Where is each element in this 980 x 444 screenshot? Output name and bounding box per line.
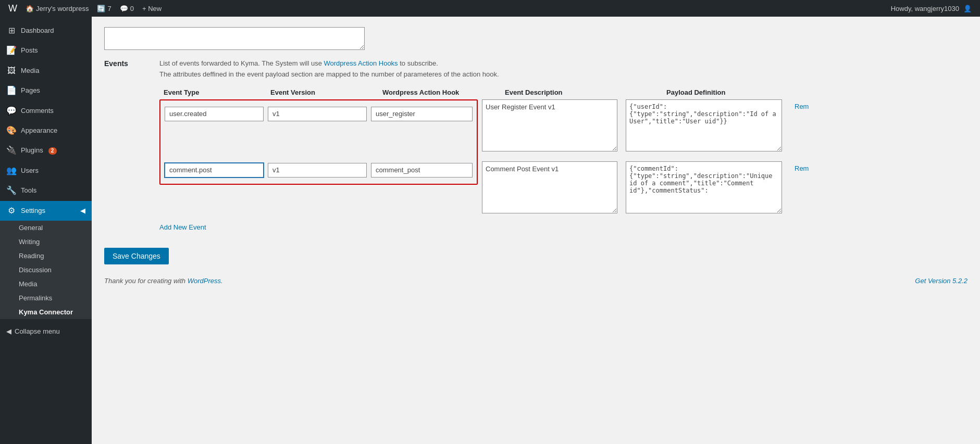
- sidebar-media-label: Media: [21, 66, 39, 75]
- collapse-label: Collapse menu: [15, 327, 60, 335]
- submenu-media[interactable]: Media: [0, 277, 92, 291]
- howdy-text: Howdy, wangjerry1030: [891, 5, 959, 12]
- sidebar-dashboard-label: Dashboard: [21, 26, 54, 35]
- submenu-reading[interactable]: Reading: [0, 249, 92, 263]
- sidebar-item-settings[interactable]: ⚙ Settings ◀: [0, 201, 92, 221]
- collapse-icon: ◀: [6, 327, 11, 335]
- event-version-input-2[interactable]: [268, 163, 367, 177]
- sidebar-plugins-label: Plugins: [21, 146, 43, 155]
- sidebar-users-label: Users: [21, 166, 39, 175]
- wp-hook-input-1[interactable]: [371, 107, 473, 121]
- submenu-permalinks[interactable]: Permalinks: [0, 291, 92, 305]
- comments-icon: 💬: [120, 5, 128, 12]
- event-type-input-2[interactable]: [165, 163, 264, 177]
- col-header-event-desc: Event Description: [505, 88, 666, 96]
- column-headers: Event Type Event Version Wordpress Actio…: [159, 88, 967, 96]
- col-header-payload: Payload Definition: [666, 88, 843, 96]
- appearance-icon: 🎨: [6, 125, 17, 136]
- wp-hook-input-2[interactable]: [371, 163, 473, 177]
- sidebar-item-pages[interactable]: 📄 Pages: [0, 81, 92, 100]
- settings-arrow-icon: ◀: [80, 206, 85, 215]
- updates-icon: 🔄: [97, 5, 105, 12]
- sidebar-posts-label: Posts: [21, 46, 38, 55]
- site-name-text: Jerry's wordpress: [36, 5, 89, 12]
- events-content: List of events forwarded to Kyma. The Sy…: [159, 58, 967, 239]
- event-desc-input-2[interactable]: Comment Post Event v1: [482, 161, 617, 213]
- tools-icon: 🔧: [6, 185, 17, 196]
- event-payload-input-1[interactable]: {"userId": {"type":"string","description…: [626, 99, 782, 151]
- updates-button[interactable]: 🔄 7: [93, 0, 115, 17]
- events-right-data: User Register Event v1 {"userId": {"type…: [478, 99, 809, 215]
- sidebar-item-plugins[interactable]: 🔌 Plugins 2: [0, 141, 92, 160]
- site-name[interactable]: 🏠 Jerry's wordpress: [21, 0, 93, 17]
- main-content: Events List of events forwarded to Kyma.…: [92, 17, 980, 444]
- adminbar-right: Howdy, wangjerry1030 👤: [891, 5, 976, 12]
- media-icon: 🖼: [6, 65, 17, 77]
- version-link[interactable]: Get Version 5.2.2: [915, 277, 967, 285]
- settings-submenu: General Writing Reading Discussion Media…: [0, 221, 92, 319]
- new-button[interactable]: + New: [138, 0, 166, 17]
- event-desc-input-1[interactable]: User Register Event v1: [482, 99, 617, 151]
- event-payload-wrapper-2: {"commentId": {"type":"string","descript…: [626, 161, 782, 215]
- comments-count: 0: [130, 5, 134, 12]
- wp-logo[interactable]: W: [4, 0, 21, 17]
- sidebar-item-dashboard[interactable]: ⊞ Dashboard: [0, 21, 92, 41]
- sidebar-item-posts[interactable]: 📝 Posts: [0, 41, 92, 60]
- page-footer: Thank you for creating with WordPress. G…: [104, 277, 967, 285]
- wordpress-link[interactable]: WordPress: [188, 277, 221, 285]
- event-row-1-right: User Register Event v1 {"userId": {"type…: [482, 99, 809, 153]
- sidebar-item-appearance[interactable]: 🎨 Appearance: [0, 121, 92, 141]
- footer-text-1: Thank you for creating with: [104, 277, 188, 285]
- layout: ⊞ Dashboard 📝 Posts 🖼 Media 📄 Pages 💬 Co…: [0, 17, 980, 444]
- event-row-2-inputs: [165, 163, 473, 177]
- events-desc-text3: The attributes deffined in the event pay…: [159, 70, 499, 78]
- sidebar-comments-label: Comments: [21, 106, 54, 116]
- new-label: + New: [142, 5, 162, 12]
- collapse-menu-button[interactable]: ◀ Collapse menu: [0, 323, 92, 339]
- sidebar-item-users[interactable]: 👥 Users: [0, 161, 92, 181]
- wp-action-hooks-link[interactable]: Wordpress Action Hooks: [324, 59, 398, 67]
- sidebar-item-media[interactable]: 🖼 Media: [0, 61, 92, 81]
- events-input-box: [159, 99, 478, 185]
- comments-sidebar-icon: 💬: [6, 105, 17, 117]
- url-textarea[interactable]: [104, 27, 365, 50]
- events-label: Events: [104, 58, 151, 239]
- event-payload-input-2[interactable]: {"commentId": {"type":"string","descript…: [626, 161, 782, 213]
- plugins-badge: 2: [48, 147, 57, 155]
- pages-icon: 📄: [6, 85, 17, 96]
- events-desc-text1: List of events forwarded to Kyma. The Sy…: [159, 59, 324, 67]
- settings-icon: ⚙: [6, 205, 17, 217]
- events-section: Events List of events forwarded to Kyma.…: [104, 58, 967, 239]
- wp-logo-icon: W: [8, 3, 17, 14]
- updates-count: 7: [107, 5, 111, 12]
- avatar[interactable]: 👤: [963, 5, 972, 12]
- save-changes-button[interactable]: Save Changes: [104, 248, 169, 264]
- event-version-input-1[interactable]: [268, 107, 367, 121]
- sidebar-item-comments[interactable]: 💬 Comments: [0, 101, 92, 121]
- events-description: List of events forwarded to Kyma. The Sy…: [159, 58, 967, 80]
- sidebar-appearance-label: Appearance: [21, 126, 57, 135]
- submenu-discussion[interactable]: Discussion: [0, 263, 92, 277]
- event-row-2-right: Comment Post Event v1 {"commentId": {"ty…: [482, 161, 809, 215]
- remove-link-1[interactable]: Rem: [795, 99, 809, 110]
- sidebar-pages-label: Pages: [21, 86, 40, 95]
- event-desc-wrapper-1: User Register Event v1: [482, 99, 617, 153]
- event-type-input-1[interactable]: [165, 107, 264, 121]
- add-new-event-link[interactable]: Add New Event: [159, 223, 206, 231]
- col-header-event-type: Event Type: [164, 88, 270, 96]
- submenu-general[interactable]: General: [0, 221, 92, 235]
- remove-link-2[interactable]: Rem: [795, 161, 809, 172]
- col-header-event-version: Event Version: [270, 88, 382, 96]
- event-row-1-inputs: [165, 107, 473, 121]
- home-icon: 🏠: [26, 5, 34, 12]
- sidebar-item-tools[interactable]: 🔧 Tools: [0, 181, 92, 200]
- sidebar: ⊞ Dashboard 📝 Posts 🖼 Media 📄 Pages 💬 Co…: [0, 17, 92, 444]
- submenu-writing[interactable]: Writing: [0, 235, 92, 249]
- footer-text-2: .: [221, 277, 223, 285]
- comments-button[interactable]: 💬 0: [116, 0, 138, 17]
- events-desc-text2: to subscribe.: [398, 59, 438, 67]
- col-header-wp-hook: Wordpress Action Hook: [382, 88, 505, 96]
- event-payload-wrapper-1: {"userId": {"type":"string","description…: [626, 99, 782, 153]
- submenu-kyma[interactable]: Kyma Connector: [0, 305, 92, 319]
- footer-text: Thank you for creating with WordPress.: [104, 277, 223, 285]
